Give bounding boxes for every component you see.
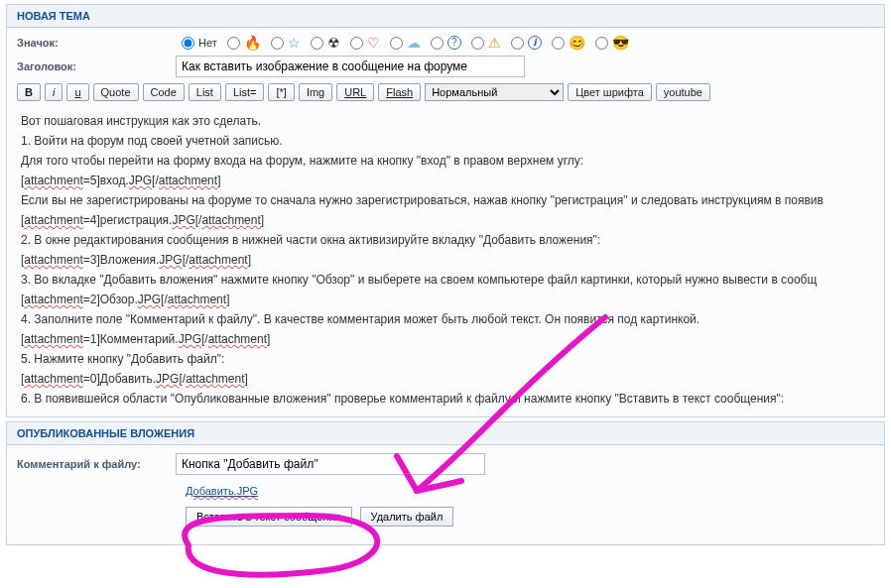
editor-line: [attachment=3]Вложения.JPG[/attachment]: [21, 250, 874, 270]
editor-line: 5. Нажмите кнопку "Добавить файл":: [21, 349, 874, 369]
editor-line: 3. Во вкладке "Добавить вложения" нажмит…: [21, 270, 874, 290]
list-button[interactable]: List: [189, 83, 221, 101]
icon-heart-radio[interactable]: [350, 37, 363, 50]
new-topic-body: Значок: Нет 🔥 ☆ ☢ ♡ ☁ ? ⚠ ℹ 😊 😎 Заголово…: [7, 28, 884, 416]
editor-toolbar: B i u Quote Code List List= [*] Img URL …: [17, 83, 874, 101]
underline-button[interactable]: u: [66, 83, 88, 101]
editor-line: Вот пошаговая инструкция как это сделать…: [21, 111, 874, 131]
italic-button[interactable]: i: [45, 83, 63, 101]
editor-line: 1. Войти на форум под своей учетной запи…: [21, 131, 874, 151]
delete-button[interactable]: Удалить файл: [360, 507, 454, 527]
attachments-panel: ОПУБЛИКОВАННЫЕ ВЛОЖЕНИЯ Комментарий к фа…: [6, 421, 885, 545]
img-button[interactable]: Img: [299, 83, 332, 101]
font-size-select[interactable]: Нормальный: [425, 83, 564, 101]
heading-label: Заголовок:: [17, 60, 176, 72]
file-link[interactable]: Добавить.JPG: [186, 485, 258, 497]
editor-line: [attachment=5]вход.JPG[/attachment]: [21, 171, 874, 190]
comment-label: Комментарий к файлу:: [17, 458, 176, 470]
editor-line: [attachment=1]Комментарий.JPG[/attachmen…: [21, 329, 874, 349]
comment-input[interactable]: [176, 453, 485, 475]
insert-button[interactable]: Вставить в текст сообщения: [186, 507, 352, 527]
quote-button[interactable]: Quote: [93, 83, 139, 101]
listitem-button[interactable]: [*]: [268, 83, 294, 101]
editor-line: [attachment=0]Добавить.JPG[/attachment]: [21, 369, 874, 389]
new-topic-title: НОВАЯ ТЕМА: [7, 5, 884, 28]
icon-question-radio[interactable]: [431, 37, 444, 50]
cloud-icon: ☁: [407, 36, 421, 50]
icon-smile-radio[interactable]: [552, 37, 565, 50]
flame-icon: 🔥: [244, 36, 261, 50]
icon-row: Значок: Нет 🔥 ☆ ☢ ♡ ☁ ? ⚠ ℹ 😊 😎: [17, 36, 874, 50]
icon-choices: Нет 🔥 ☆ ☢ ♡ ☁ ? ⚠ ℹ 😊 😎: [176, 36, 629, 50]
icon-label: Значок:: [17, 37, 176, 49]
editor-line: 4. Заполните поле "Комментарий к файлу".…: [21, 309, 874, 329]
attachments-title: ОПУБЛИКОВАННЫЕ ВЛОЖЕНИЯ: [7, 422, 884, 445]
editor-line: 2. В окне редактирования сообщения в ниж…: [21, 230, 874, 250]
editor-line: Если вы не зарегистрированы на форуме то…: [21, 190, 874, 210]
code-button[interactable]: Code: [143, 83, 185, 101]
icon-info-radio[interactable]: [511, 37, 524, 50]
editor-line: 6. В появившейся области "Опубликованные…: [21, 389, 874, 409]
question-icon: ?: [447, 36, 461, 50]
icon-none-radio[interactable]: [182, 37, 194, 50]
info-icon: ℹ: [528, 36, 542, 50]
icon-warn-radio[interactable]: [471, 37, 484, 50]
cool-icon: 😎: [612, 36, 629, 50]
editor-line: Для того чтобы перейти на форму входа на…: [21, 151, 874, 171]
radioactive-icon: ☢: [327, 36, 340, 50]
star-icon: ☆: [288, 36, 301, 50]
editor-line: [attachment=2]Обзор.JPG[/attachment]: [21, 290, 874, 309]
icon-radioactive-radio[interactable]: [311, 37, 323, 50]
warn-icon: ⚠: [488, 36, 501, 50]
listeq-button[interactable]: List=: [225, 83, 265, 101]
icon-flame-radio[interactable]: [227, 37, 240, 50]
editor-line: [attachment=4]регистрация.JPG[/attachmen…: [21, 210, 874, 230]
heading-input[interactable]: [176, 56, 525, 77]
bold-button[interactable]: B: [17, 83, 41, 101]
icon-cloud-radio[interactable]: [390, 37, 403, 50]
url-button[interactable]: URL: [336, 83, 374, 101]
attachments-body: Комментарий к файлу: Добавить.JPG Встави…: [7, 445, 884, 544]
new-topic-panel: НОВАЯ ТЕМА Значок: Нет 🔥 ☆ ☢ ♡ ☁ ? ⚠ ℹ 😊…: [6, 4, 885, 417]
icon-cool-radio[interactable]: [595, 37, 608, 50]
icon-star-radio[interactable]: [271, 37, 284, 50]
editor-textarea[interactable]: Вот пошаговая инструкция как это сделать…: [17, 111, 874, 409]
font-color-button[interactable]: Цвет шрифта: [568, 83, 652, 101]
flash-button[interactable]: Flash: [378, 83, 421, 101]
heart-icon: ♡: [367, 36, 380, 50]
icon-none-text: Нет: [198, 37, 217, 49]
heading-row: Заголовок:: [17, 56, 874, 77]
youtube-button[interactable]: youtube: [656, 83, 710, 101]
smile-icon: 😊: [569, 36, 585, 50]
